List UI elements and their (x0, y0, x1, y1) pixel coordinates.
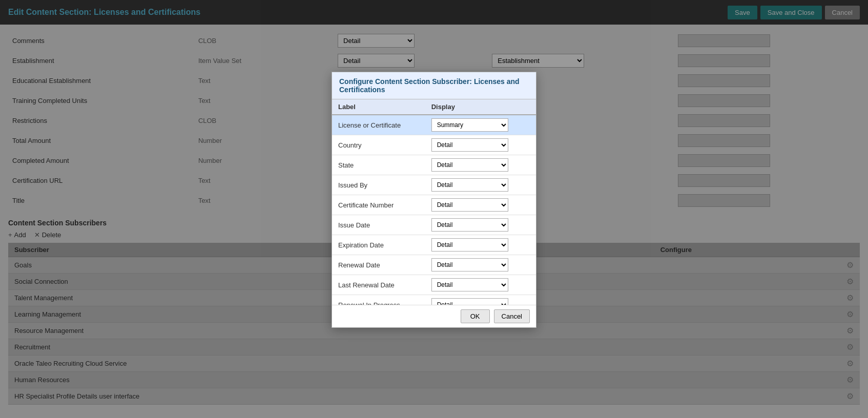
modal-table: Label Display License or Certificate Sum… (332, 99, 536, 305)
modal-display-select[interactable]: SummaryDetailHide (431, 298, 508, 305)
modal-row: Issued By SummaryDetailHide (332, 175, 536, 195)
modal-row-display[interactable]: SummaryDetailHide (425, 135, 536, 155)
modal-row: State SummaryDetailHide (332, 155, 536, 175)
modal-row: Certificate Number SummaryDetailHide (332, 195, 536, 215)
modal-row: Renewal In Progress SummaryDetailHide (332, 295, 536, 305)
modal-row-label: Renewal Date (332, 255, 425, 275)
modal-display-select[interactable]: SummaryDetailHide (431, 278, 508, 291)
modal-display-select[interactable]: SummaryDetailHide (431, 158, 508, 172)
modal-display-select[interactable]: SummaryDetailHide (431, 138, 508, 152)
modal-row-label: Issue Date (332, 215, 425, 235)
modal-col-display: Display (425, 99, 536, 115)
modal-row: License or Certificate SummaryDetailHide (332, 115, 536, 135)
modal-row-display[interactable]: SummaryDetailHide (425, 115, 536, 135)
modal-col-label: Label (332, 99, 425, 115)
modal-row: Last Renewal Date SummaryDetailHide (332, 275, 536, 295)
modal-cancel-button[interactable]: Cancel (494, 309, 530, 323)
modal-row-label: State (332, 155, 425, 175)
modal-body: Label Display License or Certificate Sum… (332, 99, 536, 305)
modal-title: Configure Content Section Subscriber: Li… (332, 72, 536, 99)
modal-row-display[interactable]: SummaryDetailHide (425, 195, 536, 215)
modal-row-label: Last Renewal Date (332, 275, 425, 295)
modal-display-select[interactable]: SummaryDetailHide (431, 218, 508, 232)
modal-display-select[interactable]: SummaryDetailHide (431, 178, 508, 192)
modal-overlay: Configure Content Section Subscriber: Li… (0, 0, 868, 418)
modal-display-select[interactable]: SummaryDetailHide (431, 118, 508, 132)
modal-row-label: License or Certificate (332, 115, 425, 135)
modal-row-label: Country (332, 135, 425, 155)
modal-row-label: Certificate Number (332, 195, 425, 215)
modal-row-display[interactable]: SummaryDetailHide (425, 235, 536, 255)
modal-row-display[interactable]: SummaryDetailHide (425, 275, 536, 295)
modal-row-label: Expiration Date (332, 235, 425, 255)
modal-row-label: Issued By (332, 175, 425, 195)
modal-row-display[interactable]: SummaryDetailHide (425, 175, 536, 195)
modal-row-display[interactable]: SummaryDetailHide (425, 255, 536, 275)
configure-modal: Configure Content Section Subscriber: Li… (332, 72, 536, 328)
modal-row-display[interactable]: SummaryDetailHide (425, 295, 536, 305)
modal-display-select[interactable]: SummaryDetailHide (431, 238, 508, 252)
ok-button[interactable]: OK (461, 309, 490, 323)
modal-row-display[interactable]: SummaryDetailHide (425, 215, 536, 235)
modal-row: Renewal Date SummaryDetailHide (332, 255, 536, 275)
modal-row-label: Renewal In Progress (332, 295, 425, 305)
modal-row: Issue Date SummaryDetailHide (332, 215, 536, 235)
modal-display-select[interactable]: SummaryDetailHide (431, 198, 508, 212)
modal-row: Expiration Date SummaryDetailHide (332, 235, 536, 255)
main-content: Comments CLOB DetailHideSummary Establis… (0, 25, 868, 418)
modal-row: Country SummaryDetailHide (332, 135, 536, 155)
modal-display-select[interactable]: SummaryDetailHide (431, 258, 508, 271)
modal-row-display[interactable]: SummaryDetailHide (425, 155, 536, 175)
modal-footer: OK Cancel (332, 305, 536, 327)
